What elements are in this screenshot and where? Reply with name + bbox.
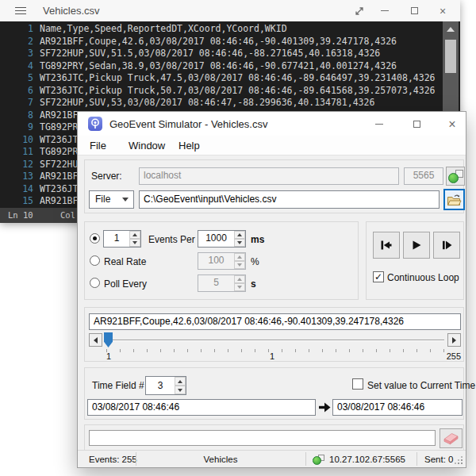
simulator-titlebar: GeoEvent Simulator - Vehicles.csv × [78,112,466,136]
menu-help[interactable]: Help [178,136,200,155]
real-rate-radio[interactable] [90,255,100,266]
server-port-field[interactable]: 5565 [404,167,443,185]
events-per-label: Events Per [148,234,195,245]
spin-up-icon[interactable] [234,231,245,239]
continuous-loop-checkbox[interactable]: ✓ [373,271,384,282]
arrow-right-icon [318,401,332,414]
hamburger-menu-icon[interactable] [15,7,26,14]
minimize-icon[interactable] [374,0,396,21]
slider-min-label: 1 [101,351,117,361]
source-type-value: File [95,194,110,205]
csv-line: 7SF722HUP,SUV,53,03/08/2017 08:46:47,-88… [0,97,460,109]
line-number: 7 [0,97,40,109]
slider-track[interactable] [104,340,444,341]
events-count-status: Events: 255 [89,451,137,468]
csv-line: 1Name,Type,Speed,ReportedDT,XCoord,YCoor… [0,23,460,36]
csv-titlebar: Vehicles.csv × [0,0,460,21]
line-number: 15 [0,195,40,208]
menu-window[interactable]: Window [129,136,165,155]
line-number: 1 [0,23,40,36]
csv-line: 2AR921BFF,Coupe,42.6,03/08/2017 08:46:46… [0,36,460,48]
right-arrow-icon [452,337,456,344]
line-number: 9 [0,121,40,134]
spin-up-icon[interactable] [129,231,140,239]
line-text: WT236JTC,Pickup Truck,47.5,03/08/2017 08… [40,72,436,83]
line-text: SF722HUP,SUV,51.5,03/08/2017 08:46:46,-8… [40,48,380,59]
connect-button[interactable] [446,167,465,186]
progress-group [84,424,464,451]
slider-right-button[interactable] [447,333,461,347]
events-per-radio[interactable] [90,233,100,244]
time-source-field[interactable]: 03/08/2017 08:46:46 [87,399,316,416]
sim-close-icon[interactable]: × [441,113,463,135]
step-forward-icon [440,239,453,251]
scroll-up-icon[interactable] [447,27,455,32]
poll-every-radio[interactable] [90,278,100,288]
interval-spinner[interactable]: 1000 [198,230,246,248]
line-text: AR921BF [40,195,78,206]
line-number: 13 [0,171,40,183]
line-text: AR921BFF,Coupe,42.6,03/08/2017 08:46:46,… [40,36,397,47]
slider-current-label: 1 [256,351,288,361]
line-number: 6 [0,85,40,98]
rewind-to-start-button[interactable] [373,232,400,259]
simulator-window-title: GeoEvent Simulator - Vehicles.csv [109,118,267,130]
spin-down-icon[interactable] [234,239,245,247]
status-col-indicator: Col [60,208,75,223]
resize-grip[interactable] [456,458,466,467]
csv-line: 5WT236JTC,Pickup Truck,47.5,03/08/2017 0… [0,72,460,85]
spin-down-icon[interactable] [129,239,140,247]
time-field-group: Time Field # 3 Set value to Current Time… [84,367,464,420]
line-number: 11 [0,146,40,159]
continuous-loop-label: Continuous Loop [387,272,459,283]
play-button[interactable] [403,232,430,259]
progress-bar [89,430,436,446]
maximize-icon[interactable] [403,0,425,21]
line-text: WT236JTC,Pickup Truck,50.7,03/08/2017 08… [40,85,436,96]
slider-max-label: 255 [432,351,461,361]
set-current-time-checkbox[interactable] [352,378,363,390]
time-target-field[interactable]: 03/08/2017 08:46:46 [332,399,463,416]
poll-spinner: 5 [198,274,246,292]
left-arrow-icon [94,337,98,344]
line-text: WT236JT [40,134,78,145]
csv-line: 3SF722HUP,SUV,51.5,03/08/2017 08:46:46,-… [0,48,460,60]
play-icon [410,239,423,251]
server-group: Server: localhost 5565 File C:\GeoEvent\… [84,159,464,213]
line-text: WT236JT [40,183,78,194]
close-icon[interactable]: × [432,0,454,21]
percent-unit-label: % [251,256,259,267]
line-number: 5 [0,72,40,85]
time-field-spinner[interactable]: 3 [145,376,186,395]
clear-button[interactable] [440,428,463,448]
open-folder-icon [447,194,462,206]
line-text: TG892PR [40,146,78,157]
spin-up-icon[interactable] [175,377,186,386]
event-preview-field[interactable]: AR921BFF,Coupe,42.6,03/08/2017 08:46:46,… [89,313,461,330]
scrollbar-thumb[interactable] [445,40,456,73]
events-count-spinner[interactable]: 1 [103,230,141,248]
expand-diagonal-icon[interactable] [348,0,370,21]
chevron-down-icon [122,198,129,202]
playback-group: ✓ Continuous Loop [366,221,464,300]
step-forward-button[interactable] [433,232,460,259]
line-text: SF722HU [40,159,78,170]
menu-file[interactable]: File [90,136,106,155]
browse-file-button[interactable] [443,189,465,210]
real-rate-label: Real Rate [104,256,146,267]
ms-unit-label: ms [251,234,264,245]
poll-every-label: Poll Every [104,278,147,290]
connected-icon [448,169,463,184]
sim-minimize-icon[interactable] [368,113,390,135]
slider-left-button[interactable] [89,333,102,347]
source-type-dropdown[interactable]: File [89,190,134,209]
endpoint-status: 10.27.102.67:5565 [329,451,405,468]
slider-thumb[interactable] [104,332,113,347]
file-path-field[interactable]: C:\GeoEvent\input\Vehicles.csv [139,190,440,209]
line-text: Name,Type,Speed,ReportedDT,XCoord,YCoord… [40,23,287,34]
sim-maximize-icon[interactable] [405,113,428,135]
server-host-field[interactable]: localhost [139,167,399,185]
line-text: AR921BF [40,109,78,121]
line-text: TG892PRY,Sedan,38.9,03/08/2017 08:46:46,… [40,60,397,71]
spin-down-icon[interactable] [175,386,186,394]
